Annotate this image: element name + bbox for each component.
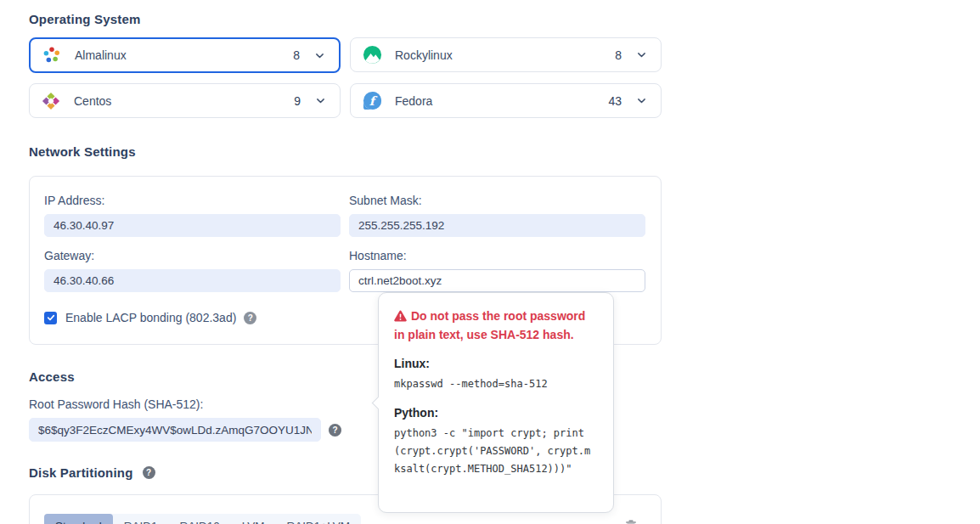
tooltip-warning-text: Do not pass the root password in plain t… [394,307,598,344]
ip-address-label: IP Address: [44,194,341,207]
disk-help-icon[interactable]: ? [143,466,155,479]
os-name: Rockylinux [395,48,453,62]
gateway-input[interactable] [44,269,341,292]
lacp-bonding-label: Enable LACP bonding (802.3ad) [65,311,236,324]
os-card-fedora[interactable]: f Fedora 43 [350,83,662,118]
hostname-label: Hostname: [349,249,645,262]
hostname-field-group: Hostname: [349,249,645,292]
root-password-hash-input[interactable] [29,418,321,442]
os-version-value[interactable]: 8 [293,48,300,62]
os-section-title: Operating System [29,0,662,26]
delete-partition-button[interactable] [622,517,639,524]
os-name: Almalinux [75,48,127,62]
tab-raid1-lvm[interactable]: RAID1+LVM [276,514,361,524]
chevron-down-icon[interactable] [636,49,647,60]
tab-raid10[interactable]: RAID10 [169,514,231,524]
password-hash-tooltip: Do not pass the root password in plain t… [378,292,614,513]
chevron-down-icon[interactable] [315,95,326,106]
os-version-value[interactable]: 9 [294,94,301,108]
os-name: Centos [74,94,111,108]
os-card-centos[interactable]: Centos 9 [29,83,341,118]
fedora-logo-icon: f [362,91,382,111]
os-version-value[interactable]: 8 [615,48,622,62]
almalinux-logo-icon [42,45,62,65]
gateway-label: Gateway: [44,249,341,262]
warning-triangle-icon [394,309,407,326]
gateway-field-group: Gateway: [44,249,341,292]
subnet-mask-label: Subnet Mask: [349,194,645,207]
subnet-mask-input[interactable] [349,214,645,237]
tooltip-linux-label: Linux: [394,357,598,370]
chevron-down-icon[interactable] [636,95,647,106]
ip-address-field-group: IP Address: [44,194,341,237]
partition-scheme-tabbar: Standard RAID1 RAID10 LVM RAID1+LVM [44,514,361,524]
hash-help-icon[interactable]: ? [329,424,341,437]
tooltip-python-label: Python: [394,406,598,420]
disk-section-title: Disk Partitioning [29,465,133,480]
os-version-value[interactable]: 43 [608,94,622,108]
subnet-mask-field-group: Subnet Mask: [349,194,645,237]
centos-logo-icon [41,91,61,111]
chevron-down-icon[interactable] [314,50,325,61]
lacp-help-icon[interactable]: ? [244,312,256,324]
os-name: Fedora [395,94,432,108]
os-card-almalinux[interactable]: Almalinux 8 [29,37,341,73]
hostname-input[interactable] [349,269,645,292]
tooltip-python-command: python3 -c "import crypt; print(crypt.cr… [394,425,594,478]
ip-address-input[interactable] [44,214,341,237]
tab-raid1[interactable]: RAID1 [113,514,169,524]
os-card-grid: Almalinux 8 Rockylinux 8 [29,37,662,118]
lacp-bonding-checkbox[interactable] [44,312,57,324]
tab-standard[interactable]: Standard [44,514,113,524]
rockylinux-logo-icon [362,45,382,65]
os-card-rockylinux[interactable]: Rockylinux 8 [350,37,662,72]
network-section-title: Network Settings [29,144,662,159]
tab-lvm[interactable]: LVM [231,514,276,524]
tooltip-linux-command: mkpasswd --method=sha-512 [394,375,594,393]
